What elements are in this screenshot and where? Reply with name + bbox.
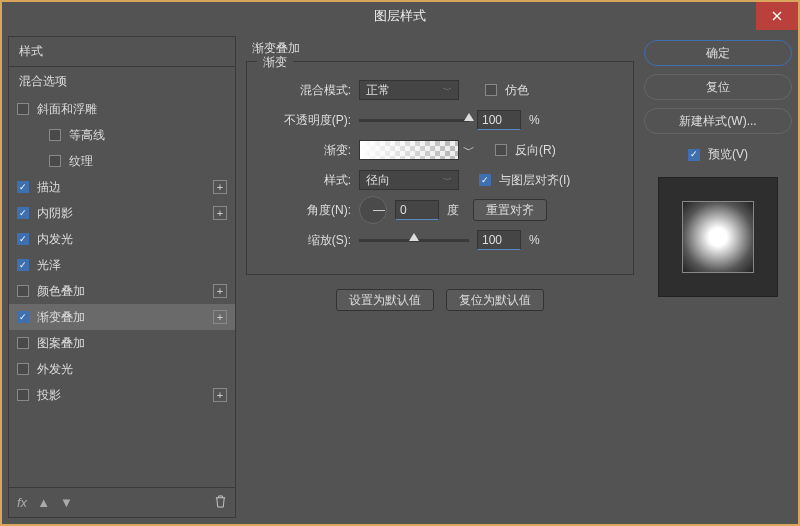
effect-item[interactable]: 斜面和浮雕 xyxy=(9,96,235,122)
effect-label: 渐变叠加 xyxy=(37,309,85,326)
angle-input[interactable]: 0 xyxy=(395,200,439,220)
opacity-slider[interactable] xyxy=(359,110,469,130)
new-style-button[interactable]: 新建样式(W)... xyxy=(644,108,792,134)
reset-default-button[interactable]: 复位为默认值 xyxy=(446,289,544,311)
effect-item[interactable]: 光泽 xyxy=(9,252,235,278)
opacity-label: 不透明度(P): xyxy=(263,112,351,129)
add-effect-icon[interactable]: + xyxy=(213,206,227,220)
effect-label: 颜色叠加 xyxy=(37,283,85,300)
angle-label: 角度(N): xyxy=(263,202,351,219)
preview-box xyxy=(658,177,778,297)
effect-label: 内阴影 xyxy=(37,205,73,222)
styles-panel: 样式 混合选项 斜面和浮雕等高线纹理描边+内阴影+内发光光泽颜色叠加+渐变叠加+… xyxy=(8,36,236,518)
effect-checkbox[interactable] xyxy=(17,389,29,401)
opacity-unit: % xyxy=(529,113,547,127)
effect-label: 内发光 xyxy=(37,231,73,248)
ok-button[interactable]: 确定 xyxy=(644,40,792,66)
reset-align-button[interactable]: 重置对齐 xyxy=(473,199,547,221)
chevron-down-icon[interactable]: ﹀ xyxy=(463,142,475,159)
effect-item[interactable]: 渐变叠加+ xyxy=(9,304,235,330)
reverse-checkbox[interactable] xyxy=(495,144,507,156)
effect-label: 等高线 xyxy=(69,127,105,144)
styles-footer: fx ▲ ▼ xyxy=(9,487,235,517)
opacity-input[interactable]: 100 xyxy=(477,110,521,130)
trash-icon[interactable] xyxy=(214,495,227,511)
effect-checkbox[interactable] xyxy=(49,129,61,141)
effect-checkbox[interactable] xyxy=(17,259,29,271)
effect-checkbox[interactable] xyxy=(17,207,29,219)
gradient-label: 渐变: xyxy=(263,142,351,159)
effect-label: 光泽 xyxy=(37,257,61,274)
blend-mode-dropdown[interactable]: 正常﹀ xyxy=(359,80,459,100)
angle-dial[interactable] xyxy=(359,196,387,224)
close-button[interactable] xyxy=(756,2,798,30)
move-up-icon[interactable]: ▲ xyxy=(37,495,50,510)
align-checkbox[interactable] xyxy=(479,174,491,186)
effect-item[interactable]: 纹理 xyxy=(9,148,235,174)
blend-options-header[interactable]: 混合选项 xyxy=(9,67,235,96)
align-label: 与图层对齐(I) xyxy=(499,172,570,189)
preview-checkbox[interactable] xyxy=(688,149,700,161)
effect-item[interactable]: 图案叠加 xyxy=(9,330,235,356)
effect-checkbox[interactable] xyxy=(17,363,29,375)
style-dropdown[interactable]: 径向﹀ xyxy=(359,170,459,190)
effect-label: 外发光 xyxy=(37,361,73,378)
style-label: 样式: xyxy=(263,172,351,189)
scale-unit: % xyxy=(529,233,547,247)
dither-label: 仿色 xyxy=(505,82,529,99)
effect-label: 纹理 xyxy=(69,153,93,170)
dialog-content: 样式 混合选项 斜面和浮雕等高线纹理描边+内阴影+内发光光泽颜色叠加+渐变叠加+… xyxy=(2,30,798,524)
layer-style-dialog: 图层样式 样式 混合选项 斜面和浮雕等高线纹理描边+内阴影+内发光光泽颜色叠加+… xyxy=(0,0,800,526)
effects-list: 斜面和浮雕等高线纹理描边+内阴影+内发光光泽颜色叠加+渐变叠加+图案叠加外发光投… xyxy=(9,96,235,487)
effect-item[interactable]: 内阴影+ xyxy=(9,200,235,226)
blend-mode-label: 混合模式: xyxy=(263,82,351,99)
effect-checkbox[interactable] xyxy=(17,181,29,193)
preview-label: 预览(V) xyxy=(708,146,748,163)
angle-unit: 度 xyxy=(447,202,465,219)
effect-checkbox[interactable] xyxy=(17,337,29,349)
options-panel: 渐变叠加 渐变 混合模式: 正常﹀ 仿色 不透明度(P): xyxy=(242,36,638,518)
effect-checkbox[interactable] xyxy=(17,311,29,323)
effect-item[interactable]: 内发光 xyxy=(9,226,235,252)
gradient-picker[interactable] xyxy=(359,140,459,160)
chevron-down-icon: ﹀ xyxy=(443,84,452,97)
effect-item[interactable]: 外发光 xyxy=(9,356,235,382)
right-panel: 确定 复位 新建样式(W)... 预览(V) xyxy=(644,36,792,518)
make-default-button[interactable]: 设置为默认值 xyxy=(336,289,434,311)
close-icon xyxy=(772,11,782,21)
effect-item[interactable]: 投影+ xyxy=(9,382,235,408)
effect-checkbox[interactable] xyxy=(49,155,61,167)
group-title: 渐变叠加 xyxy=(252,40,638,57)
add-effect-icon[interactable]: + xyxy=(213,284,227,298)
effect-checkbox[interactable] xyxy=(17,285,29,297)
effect-checkbox[interactable] xyxy=(17,233,29,245)
effect-label: 斜面和浮雕 xyxy=(37,101,97,118)
fieldset-legend: 渐变 xyxy=(257,54,293,71)
preview-swatch xyxy=(682,201,754,273)
move-down-icon[interactable]: ▼ xyxy=(60,495,73,510)
scale-input[interactable]: 100 xyxy=(477,230,521,250)
effect-label: 图案叠加 xyxy=(37,335,85,352)
add-effect-icon[interactable]: + xyxy=(213,310,227,324)
scale-slider[interactable] xyxy=(359,230,469,250)
cancel-button[interactable]: 复位 xyxy=(644,74,792,100)
fx-menu-icon[interactable]: fx xyxy=(17,495,27,510)
chevron-down-icon: ﹀ xyxy=(443,174,452,187)
styles-header[interactable]: 样式 xyxy=(9,37,235,67)
add-effect-icon[interactable]: + xyxy=(213,388,227,402)
effect-label: 投影 xyxy=(37,387,61,404)
dither-checkbox[interactable] xyxy=(485,84,497,96)
effect-item[interactable]: 等高线 xyxy=(9,122,235,148)
reverse-label: 反向(R) xyxy=(515,142,556,159)
effect-item[interactable]: 描边+ xyxy=(9,174,235,200)
effect-item[interactable]: 颜色叠加+ xyxy=(9,278,235,304)
gradient-fieldset: 渐变 混合模式: 正常﹀ 仿色 不透明度(P): 100 % xyxy=(246,61,634,275)
effect-label: 描边 xyxy=(37,179,61,196)
dialog-title: 图层样式 xyxy=(374,7,426,25)
add-effect-icon[interactable]: + xyxy=(213,180,227,194)
effect-checkbox[interactable] xyxy=(17,103,29,115)
titlebar: 图层样式 xyxy=(2,2,798,30)
scale-label: 缩放(S): xyxy=(263,232,351,249)
